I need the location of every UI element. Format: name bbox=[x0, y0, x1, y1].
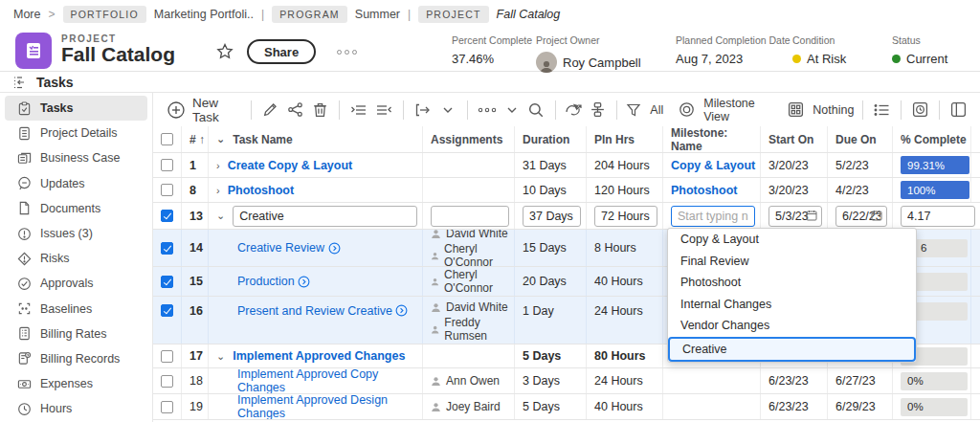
calendar-icon[interactable] bbox=[871, 210, 882, 221]
row-checkbox[interactable] bbox=[161, 159, 173, 171]
milestone-option[interactable]: Final Review bbox=[668, 251, 916, 273]
sidebar-item-risks[interactable]: Risks bbox=[5, 246, 147, 271]
row-checkbox[interactable] bbox=[161, 350, 173, 363]
expand-chevron-icon[interactable]: › bbox=[216, 185, 220, 196]
header-more-menu-icon[interactable] bbox=[337, 50, 357, 55]
sidebar-item-tasks[interactable]: Tasks bbox=[5, 96, 147, 121]
calendar-icon[interactable] bbox=[806, 210, 817, 221]
filter-funnel-icon bbox=[626, 102, 641, 118]
col-pct-complete[interactable]: % Complete bbox=[893, 126, 971, 152]
task-pln-hrs: 40 Hours bbox=[587, 267, 663, 296]
search-icon[interactable] bbox=[524, 98, 548, 122]
task-name-link[interactable]: Implement Approved Design Changes bbox=[237, 394, 422, 419]
open-task-icon[interactable] bbox=[298, 276, 310, 288]
task-name-link[interactable]: Present and Review Creative bbox=[237, 304, 392, 318]
indent-icon[interactable] bbox=[346, 98, 371, 122]
sidebar-item-business-case[interactable]: Business Case bbox=[5, 145, 147, 170]
collapse-chevron-icon[interactable]: ⌄ bbox=[216, 350, 225, 363]
sidebar-item-label: Business Case bbox=[40, 151, 120, 165]
assignee: David White bbox=[431, 230, 514, 240]
task-name-link[interactable]: Implement Approved Copy Changes bbox=[237, 368, 422, 393]
col-duration[interactable]: Duration bbox=[515, 126, 587, 152]
favorite-star-icon[interactable] bbox=[215, 42, 234, 61]
outdent-icon[interactable] bbox=[371, 98, 396, 122]
milestone-option[interactable]: Vendor Changes bbox=[668, 315, 916, 337]
collapse-panel-icon[interactable] bbox=[13, 76, 29, 89]
sidebar-item-baselines[interactable]: Baselines bbox=[5, 297, 147, 322]
open-task-icon[interactable] bbox=[395, 304, 408, 317]
task-name-input[interactable] bbox=[233, 206, 417, 227]
pct-complete-input[interactable] bbox=[901, 206, 975, 227]
breadcrumb-more[interactable]: More bbox=[13, 8, 40, 21]
col-milestone[interactable]: Milestone: Name bbox=[663, 126, 761, 152]
sidebar-item-project-details[interactable]: Project Details bbox=[5, 121, 147, 145]
share-button[interactable]: Share bbox=[247, 39, 316, 64]
owner-name[interactable]: Roy Campbell bbox=[563, 56, 641, 70]
milestone-option-selected[interactable]: Creative bbox=[668, 337, 916, 363]
row-checkbox[interactable] bbox=[161, 184, 173, 196]
milestone-option[interactable]: Internal Changes bbox=[668, 294, 916, 316]
more-actions-icon[interactable] bbox=[475, 98, 500, 122]
time-view-icon[interactable] bbox=[908, 98, 932, 122]
milestone-link[interactable]: Copy & Layout bbox=[671, 159, 755, 172]
edit-icon[interactable] bbox=[258, 98, 283, 122]
pln-hrs-input[interactable] bbox=[594, 206, 657, 227]
view-button[interactable]: Milestone View bbox=[677, 93, 774, 127]
sidebar-item-hours[interactable]: Hours bbox=[5, 396, 147, 421]
milestone-option[interactable]: Photoshoot bbox=[668, 272, 916, 294]
assignments-input[interactable] bbox=[431, 206, 509, 227]
sidebar-item-issues[interactable]: Issues (3) bbox=[5, 221, 147, 246]
more-actions-chevron-icon[interactable] bbox=[500, 98, 524, 122]
task-name-link[interactable]: Photoshoot bbox=[228, 184, 294, 197]
col-task-name[interactable]: ⌄Task Name bbox=[209, 126, 423, 152]
row-checkbox[interactable] bbox=[161, 304, 173, 317]
delete-trash-icon[interactable] bbox=[308, 98, 333, 122]
sidebar-item-updates[interactable]: Updates bbox=[5, 171, 147, 196]
panel-view-icon[interactable] bbox=[947, 98, 970, 122]
sidebar-item-billing-records[interactable]: Billing Records bbox=[5, 346, 147, 371]
task-num: 13 bbox=[182, 203, 209, 229]
select-all-checkbox[interactable] bbox=[161, 133, 173, 145]
task-name-link[interactable]: Implement Approved Changes bbox=[233, 349, 405, 363]
filter-button[interactable]: All bbox=[624, 99, 665, 122]
breadcrumb-portfolio-link[interactable]: Marketing Portfoli.. bbox=[154, 8, 254, 21]
col-due-on[interactable]: Due On bbox=[828, 126, 893, 152]
row-checkbox[interactable] bbox=[161, 375, 173, 388]
column-menu-chevron-icon[interactable]: ⌄ bbox=[216, 133, 225, 145]
grouping-button[interactable]: Nothing bbox=[786, 98, 856, 122]
task-start: 6/23/23 bbox=[761, 394, 828, 419]
share-nodes-icon[interactable] bbox=[283, 98, 308, 122]
task-name-link[interactable]: Creative Review bbox=[237, 241, 324, 255]
owner-avatar[interactable] bbox=[536, 52, 557, 73]
milestone-link[interactable]: Photoshoot bbox=[671, 184, 737, 197]
task-name-link[interactable]: Create Copy & Layout bbox=[228, 159, 353, 172]
sidebar-item-billing-rates[interactable]: Billing Rates bbox=[5, 322, 147, 346]
sidebar-item-expenses[interactable]: Expenses bbox=[5, 371, 147, 396]
task-name-link[interactable]: Production bbox=[237, 275, 295, 288]
export-chevron-icon[interactable] bbox=[435, 98, 460, 122]
list-view-icon[interactable] bbox=[870, 98, 894, 122]
row-checkbox[interactable] bbox=[161, 276, 173, 288]
col-start-on[interactable]: Start On bbox=[761, 126, 828, 152]
col-assignments[interactable]: Assignments bbox=[423, 126, 515, 152]
expand-chevron-icon[interactable]: › bbox=[216, 160, 220, 171]
milestone-option[interactable]: Copy & Layout bbox=[668, 229, 916, 251]
milestone-name-input[interactable] bbox=[671, 206, 755, 227]
grouping-icon[interactable] bbox=[586, 98, 610, 122]
status-dot-icon bbox=[892, 55, 901, 63]
duration-input[interactable] bbox=[523, 206, 581, 227]
new-task-button[interactable]: New Task bbox=[165, 92, 244, 128]
row-checkbox[interactable] bbox=[161, 210, 173, 222]
row-checkbox[interactable] bbox=[161, 401, 173, 413]
open-task-icon[interactable] bbox=[328, 242, 341, 255]
quick-edit-icon[interactable] bbox=[562, 98, 586, 122]
sidebar-item-documents[interactable]: Documents bbox=[5, 196, 147, 221]
collapse-chevron-icon[interactable]: ⌄ bbox=[216, 210, 225, 222]
col-num[interactable]: # ↑ bbox=[182, 126, 209, 152]
breadcrumb-program-link[interactable]: Summer bbox=[355, 8, 400, 21]
row-checkbox[interactable] bbox=[161, 242, 173, 255]
col-pln-hrs[interactable]: Pln Hrs bbox=[587, 126, 663, 152]
task-pln-hrs: 80 Hours bbox=[587, 344, 663, 367]
export-icon[interactable] bbox=[411, 98, 435, 122]
sidebar-item-approvals[interactable]: Approvals bbox=[5, 271, 147, 296]
